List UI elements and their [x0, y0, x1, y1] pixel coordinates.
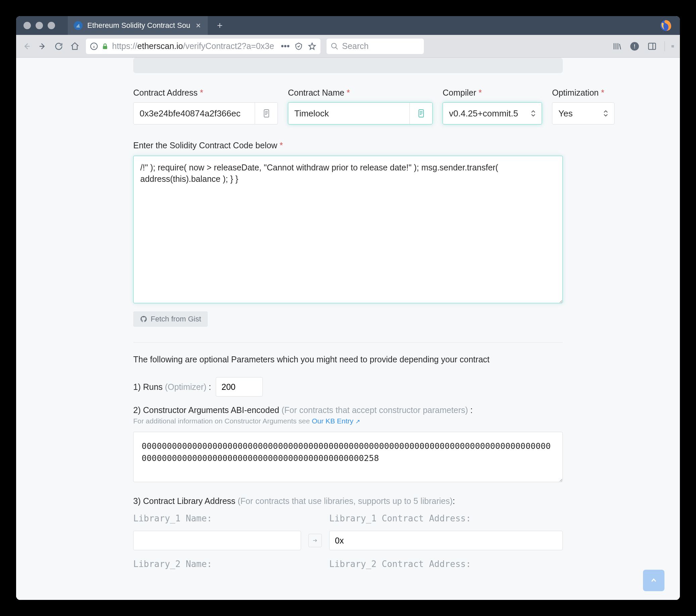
mozilla-badge-icon[interactable]: !	[630, 41, 639, 51]
library-2-name-label: Library_2 Name:	[133, 559, 301, 569]
banner-placeholder	[133, 58, 563, 73]
menu-icon[interactable]	[664, 41, 675, 51]
close-window-button[interactable]	[23, 22, 31, 29]
contract-address-label: Contract Address *	[133, 88, 278, 98]
chevron-updown-icon	[531, 110, 536, 116]
library-icon[interactable]	[612, 41, 622, 51]
window-controls	[23, 22, 55, 29]
code-section-label: Enter the Solidity Contract Code below *	[133, 141, 563, 150]
browser-window: Ethereum Solidity Contract Sou	[16, 16, 680, 600]
fetch-from-gist-button[interactable]: Fetch from Gist	[133, 311, 208, 327]
browser-tab[interactable]: Ethereum Solidity Contract Sou	[68, 16, 208, 35]
minimize-window-button[interactable]	[35, 22, 43, 29]
contract-name-input[interactable]	[288, 103, 409, 124]
library-1-addr-input[interactable]	[329, 531, 563, 550]
forward-button[interactable]	[37, 41, 48, 51]
search-bar[interactable]	[327, 38, 424, 54]
search-icon	[331, 42, 338, 50]
svg-rect-8	[419, 110, 424, 117]
maximize-window-button[interactable]	[48, 22, 55, 29]
svg-rect-7	[264, 110, 269, 117]
url-text: https://etherscan.io/verifyContract2?a=0…	[112, 41, 274, 51]
contract-address-input[interactable]	[133, 103, 255, 124]
tab-title: Ethereum Solidity Contract Sou	[87, 21, 190, 30]
main-fields-row: Contract Address * Contract Name *	[133, 88, 563, 125]
library-1-name-input[interactable]	[133, 531, 301, 550]
compiler-select[interactable]: v0.4.25+commit.5	[443, 102, 542, 125]
divider	[133, 342, 563, 343]
optional-params-intro: The following are optional Parameters wh…	[133, 354, 563, 364]
bookmark-icon[interactable]	[308, 42, 316, 51]
kb-entry-link[interactable]: Our KB Entry ↗	[312, 417, 360, 425]
library-1-addr-label: Library_1 Contract Address:	[329, 514, 563, 523]
contract-address-input-group	[133, 102, 278, 125]
library-1-name-label: Library_1 Name:	[133, 514, 301, 523]
library-2-addr-label: Library_2 Contract Address:	[329, 559, 563, 569]
svg-rect-2	[103, 46, 107, 49]
constructor-line: 2) Constructor Arguments ABI-encoded (Fo…	[133, 405, 563, 415]
new-tab-button[interactable]	[213, 19, 226, 32]
reader-mode-icon[interactable]	[294, 42, 303, 51]
constructor-info: For additional information on Constructo…	[133, 417, 563, 425]
arrow-right-icon	[309, 534, 322, 547]
sidebar-icon[interactable]	[647, 41, 657, 51]
github-icon	[140, 315, 147, 323]
page-viewport: Contract Address * Contract Name *	[16, 58, 680, 600]
svg-text:!: !	[634, 43, 635, 49]
url-bar[interactable]: https://etherscan.io/verifyContract2?a=0…	[86, 38, 320, 54]
contract-name-input-group	[288, 102, 432, 125]
firefox-logo-icon	[659, 19, 673, 32]
constructor-args-textarea[interactable]	[133, 432, 563, 482]
search-input[interactable]	[342, 41, 420, 51]
home-button[interactable]	[70, 41, 80, 51]
svg-point-3	[332, 43, 336, 48]
page-actions-icon[interactable]: •••	[281, 41, 290, 51]
titlebar: Ethereum Solidity Contract Sou	[16, 16, 680, 35]
reload-button[interactable]	[54, 41, 64, 51]
scroll-to-top-button[interactable]	[643, 570, 664, 591]
library-section-line: 3) Contract Library Address (For contrac…	[133, 496, 563, 506]
runs-input[interactable]	[216, 377, 263, 397]
navbar: https://etherscan.io/verifyContract2?a=0…	[16, 35, 680, 58]
site-info-icon[interactable]	[90, 42, 98, 50]
lock-icon	[101, 43, 109, 50]
solidity-code-textarea[interactable]	[133, 156, 563, 303]
contract-name-label: Contract Name *	[288, 88, 432, 98]
etherscan-favicon-icon	[74, 21, 82, 30]
compiler-label: Compiler *	[443, 88, 542, 98]
back-button[interactable]	[21, 41, 32, 51]
library-2-row: Library_2 Name: Library_2 Contract Addre…	[133, 559, 563, 573]
svg-rect-6	[649, 43, 656, 49]
contract-name-doc-icon[interactable]	[409, 103, 432, 124]
tab-close-button[interactable]	[195, 22, 202, 29]
runs-line: 1) Runs (Optimizer) :	[133, 377, 563, 397]
contract-address-copy-icon[interactable]	[255, 103, 278, 124]
library-1-row: Library_1 Name: Library_1 Contract Addre…	[133, 514, 563, 550]
optimization-select[interactable]: Yes	[552, 102, 615, 125]
optimization-label: Optimization *	[552, 88, 615, 98]
chevron-updown-icon	[603, 110, 608, 116]
